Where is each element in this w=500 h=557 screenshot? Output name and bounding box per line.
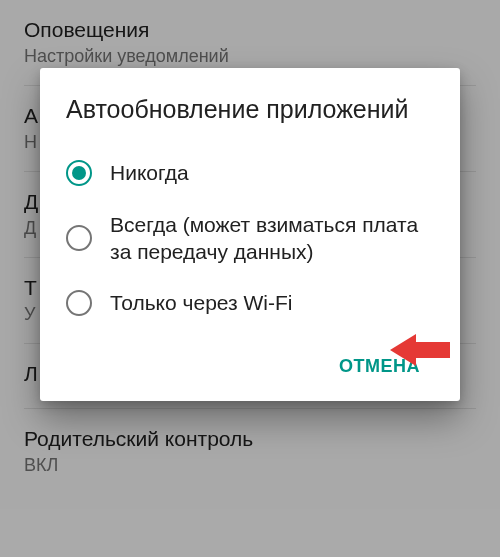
option-label: Всегда (может взиматься плата за передач… [110, 211, 434, 266]
option-label: Никогда [110, 159, 189, 186]
option-always[interactable]: Всегда (может взиматься плата за передач… [66, 199, 434, 278]
radio-icon [66, 160, 92, 186]
auto-update-dialog: Автообновление приложений Никогда Всегда… [40, 68, 460, 401]
option-wifi-only[interactable]: Только через Wi-Fi [66, 277, 434, 328]
option-label: Только через Wi-Fi [110, 289, 293, 316]
dialog-title: Автообновление приложений [66, 94, 434, 125]
cancel-button[interactable]: ОТМЕНА [325, 346, 434, 387]
radio-icon [66, 225, 92, 251]
dialog-actions: ОТМЕНА [66, 346, 434, 387]
radio-icon [66, 290, 92, 316]
option-never[interactable]: Никогда [66, 147, 434, 198]
